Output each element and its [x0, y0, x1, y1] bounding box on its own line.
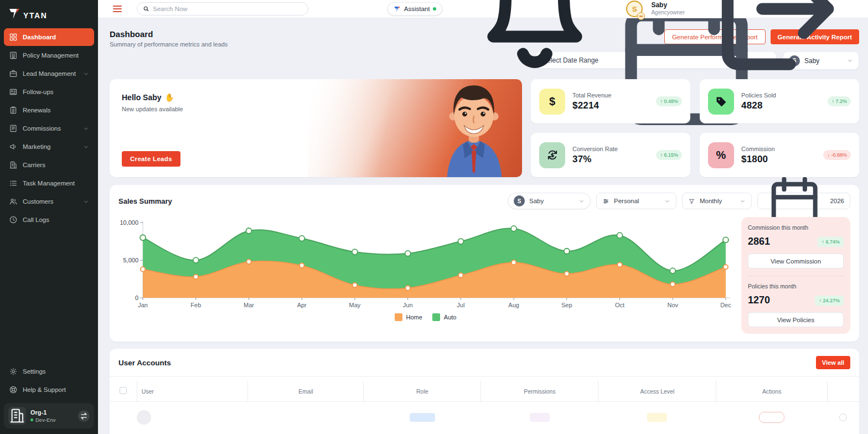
assistant-label: Assistant: [404, 6, 430, 12]
svg-text:May: May: [349, 302, 361, 308]
sidebar-item-label: Marketing: [23, 143, 51, 150]
chevron-down-icon: [83, 144, 89, 150]
sidebar-item-label: Settings: [23, 368, 46, 375]
user-avatar[interactable]: S: [626, 1, 643, 17]
svg-text:0: 0: [135, 294, 138, 301]
stat-label: Total Revenue: [572, 92, 611, 99]
stat-value: $1800: [741, 154, 775, 165]
stat-card-conversion-rate: Conversion Rate 37% ↑ 6.15%: [531, 133, 690, 177]
side-panel-value: 1270: [748, 294, 770, 306]
sliders-icon: [602, 198, 609, 205]
access-level-badge: [647, 413, 667, 422]
svg-text:Nov: Nov: [667, 302, 678, 308]
user-accounts-table: UserEmailRolePermissionsAccess LevelActi…: [110, 381, 859, 425]
page-title: Dashboard: [110, 29, 228, 39]
sales-side-panel: Commission this month 2861 ↑ 6.74% View …: [741, 217, 850, 334]
sales-chart: 05,00010,000JanFebMarAprMayJunJulAugSepO…: [115, 217, 736, 312]
notifications-button[interactable]: 99+: [452, 0, 618, 92]
percent-icon: %: [708, 142, 734, 168]
global-search[interactable]: [137, 2, 308, 16]
sales-summary-card: Sales Summary S Saby Personal Monthly: [110, 185, 859, 342]
side-panel-label: Policies this month: [748, 283, 844, 290]
stat-value: 37%: [572, 154, 618, 165]
welcome-banner: Hello Saby✋ New updates available Create…: [110, 79, 522, 177]
sales-summary-title: Sales Summary: [118, 197, 172, 205]
table-column-header: Email: [248, 381, 364, 402]
trend-badge: ↓ -0.88%: [823, 150, 851, 160]
sidebar-item-lead-management[interactable]: Lead Management: [4, 65, 94, 82]
env-status-dot: [30, 418, 33, 421]
org-swap-button[interactable]: [78, 410, 90, 422]
search-input[interactable]: [153, 6, 302, 12]
table-row-partial: [110, 402, 859, 425]
sidebar-item-label: Policy Management: [23, 52, 79, 59]
grid-icon: [9, 33, 18, 42]
legend-swatch: [432, 313, 440, 321]
sidebar-item-label: Commissions: [23, 125, 61, 132]
sidebar-item-carriers[interactable]: Carriers: [4, 156, 94, 174]
sales-year-picker[interactable]: 2026: [757, 193, 850, 209]
sidebar-item-label: Dashboard: [23, 34, 56, 40]
dollar-icon: $: [539, 89, 565, 115]
svg-text:Dec: Dec: [720, 302, 731, 308]
sidebar-item-label: Follow-ups: [23, 89, 54, 95]
sales-view-select[interactable]: Personal: [596, 193, 676, 209]
org-building-icon: [8, 407, 26, 425]
sales-user-select[interactable]: S Saby: [508, 193, 591, 209]
legend-item: Auto: [432, 313, 457, 321]
trend-badge: ↑ 6.15%: [656, 150, 682, 160]
sidebar-item-marketing[interactable]: Marketing: [4, 138, 94, 156]
assistant-logo-icon: [394, 6, 401, 13]
row-action-button[interactable]: [759, 412, 784, 423]
users-icon: [9, 197, 18, 206]
select-all-checkbox[interactable]: [120, 387, 127, 394]
row-more-button[interactable]: [839, 414, 847, 421]
sidebar-item-renewals[interactable]: Renewals: [4, 101, 94, 119]
assistant-button[interactable]: Assistant: [388, 2, 443, 16]
hero-greeting: Hello Saby: [122, 93, 162, 102]
hamburger-menu-icon[interactable]: [113, 4, 122, 14]
sidebar-item-call-logs[interactable]: Call Logs: [4, 211, 94, 229]
megaphone-icon: [9, 142, 18, 151]
sidebar-item-commissions[interactable]: Commissions: [4, 120, 94, 137]
page-subtitle: Summary of performance metrics and leads: [110, 41, 228, 48]
org-name: Org-1: [30, 409, 55, 416]
sidebar-item-help-support[interactable]: Help & Support: [4, 381, 94, 399]
create-leads-button[interactable]: Create Leads: [122, 151, 180, 167]
sidebar-nav: Dashboard Policy Management Lead Managem…: [0, 27, 98, 361]
sidebar-item-label: Lead Management: [23, 70, 76, 77]
side-panel-section: Commission this month 2861 ↑ 6.74% View …: [748, 224, 844, 268]
trend-badge: ↑ 6.74%: [818, 237, 844, 247]
legend-label: Auto: [444, 314, 457, 321]
box-icon: [9, 69, 18, 78]
chart-legend: Home Auto: [115, 313, 736, 321]
logout-button[interactable]: [693, 0, 859, 92]
view-all-button[interactable]: View all: [816, 356, 850, 369]
sidebar-item-policy-management[interactable]: Policy Management: [4, 46, 94, 64]
svg-text:Jul: Jul: [457, 302, 464, 308]
table-column-header: Permissions: [481, 381, 598, 402]
svg-text:Jan: Jan: [138, 302, 148, 308]
sidebar-item-label: Customers: [23, 198, 54, 205]
sidebar-item-follow-ups[interactable]: Follow-ups: [4, 83, 94, 101]
chevron-down-icon: [740, 198, 746, 204]
sidebar-item-dashboard[interactable]: Dashboard: [4, 28, 94, 46]
sidebar-item-settings[interactable]: Settings: [4, 363, 94, 380]
sales-period-select[interactable]: Monthly: [682, 193, 752, 209]
side-panel-button[interactable]: View Commission: [748, 254, 844, 268]
sidebar-item-customers[interactable]: Customers: [4, 193, 94, 210]
clipboard-icon: [9, 106, 18, 115]
side-panel-label: Commission this month: [748, 224, 844, 231]
sidebar-footer-nav: Settings Help & Support: [4, 363, 94, 399]
card-icon: [9, 87, 18, 96]
sidebar-item-task-management[interactable]: Task Management: [4, 174, 94, 192]
side-panel-button[interactable]: View Policies: [748, 312, 844, 327]
chevron-down-icon: [578, 198, 585, 204]
user-accounts-card: User Accounts View all UserEmailRolePerm…: [110, 349, 859, 434]
role-badge: [410, 413, 435, 422]
svg-text:Feb: Feb: [190, 302, 201, 308]
legend-item: Home: [395, 313, 422, 321]
svg-text:Apr: Apr: [297, 302, 307, 308]
chevron-down-icon: [83, 199, 89, 205]
org-switcher[interactable]: Org-1 Dev-Env: [4, 403, 94, 428]
